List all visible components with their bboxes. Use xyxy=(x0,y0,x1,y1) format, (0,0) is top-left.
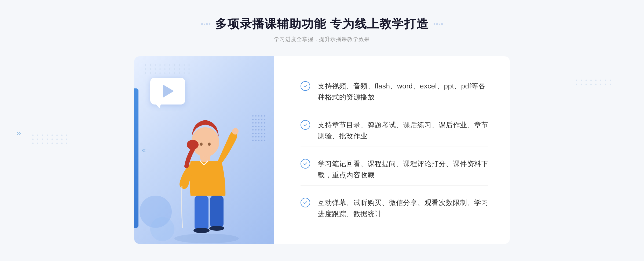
svg-point-4 xyxy=(209,226,224,231)
chevron-icon: « xyxy=(142,146,146,154)
feature-text-3: 学习笔记回看、课程提问、课程评论打分、课件资料下载，重点内容收藏 xyxy=(318,158,488,181)
header-title-row: 多项录播课辅助功能 专为线上教学打造 xyxy=(201,16,443,32)
left-arrows-decoration: « xyxy=(142,146,146,154)
left-decoration xyxy=(201,23,210,25)
left-illustration-panel: « xyxy=(134,56,274,244)
check-icon-3 xyxy=(301,159,310,169)
svg-rect-2 xyxy=(210,196,224,228)
check-icon-1 xyxy=(301,81,310,91)
right-features-panel: 支持视频、音频、flash、word、excel、ppt、pdf等各种格式的资源… xyxy=(274,56,510,244)
feature-item-1: 支持视频、音频、flash、word、excel、ppt、pdf等各种格式的资源… xyxy=(301,76,488,108)
page-dots-right xyxy=(576,80,612,85)
feature-text-2: 支持章节目录、弹题考试、课后练习、课后作业、章节测验、批改作业 xyxy=(318,120,488,142)
page-left-arrows: » xyxy=(16,128,21,138)
svg-point-3 xyxy=(193,228,210,233)
left-blue-accent-bar xyxy=(134,88,138,228)
play-bubble-rect xyxy=(150,78,185,105)
svg-point-0 xyxy=(174,234,239,243)
person-illustration xyxy=(153,105,255,244)
main-title: 多项录播课辅助功能 专为线上教学打造 xyxy=(215,16,429,32)
left-panel-dots xyxy=(145,64,191,74)
content-area: « 支持视频、音频、flash、word、excel、ppt、pdf等各种格式的… xyxy=(134,56,510,244)
play-triangle-icon xyxy=(163,85,174,98)
header-section: 多项录播课辅助功能 专为线上教学打造 学习进度全掌握，提升录播课教学效果 xyxy=(201,16,443,43)
right-decoration xyxy=(434,23,443,25)
left-arrow-icon: » xyxy=(16,128,21,138)
svg-rect-1 xyxy=(195,196,208,230)
check-icon-4 xyxy=(301,198,310,207)
svg-point-8 xyxy=(200,143,203,146)
feature-text-1: 支持视频、音频、flash、word、excel、ppt、pdf等各种格式的资源… xyxy=(318,81,488,103)
page-dots-left xyxy=(32,135,68,144)
subtitle: 学习进度全掌握，提升录播课教学效果 xyxy=(201,36,443,43)
feature-text-4: 互动弹幕、试听购买、微信分享、观看次数限制、学习进度跟踪、数据统计 xyxy=(318,197,488,219)
svg-point-10 xyxy=(232,128,239,135)
feature-item-2: 支持章节目录、弹题考试、课后练习、课后作业、章节测验、批改作业 xyxy=(301,115,488,147)
feature-item-3: 学习笔记回看、课程提问、课程评论打分、课件资料下载，重点内容收藏 xyxy=(301,154,488,186)
check-icon-2 xyxy=(301,120,310,130)
svg-point-9 xyxy=(208,143,211,146)
page-wrapper: » 多项录播课辅助功能 专为线上教学打造 学习进度全掌握，提升录播课教学效果 xyxy=(0,0,644,261)
feature-item-4: 互动弹幕、试听购买、微信分享、观看次数限制、学习进度跟踪、数据统计 xyxy=(301,192,488,224)
